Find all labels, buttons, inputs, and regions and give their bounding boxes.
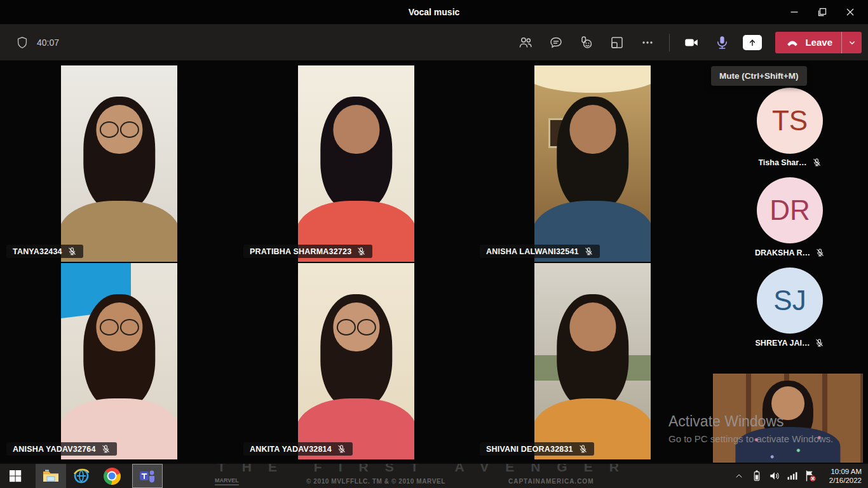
- microphone-button[interactable]: [708, 27, 736, 58]
- wallpaper-movie-title: THE FIRST AVENGER: [217, 464, 635, 475]
- avatar-initials: TS: [772, 105, 808, 137]
- participant-video: [61, 65, 177, 262]
- file-explorer-button[interactable]: [36, 464, 66, 488]
- mic-off-icon: [812, 158, 822, 167]
- battery-icon: [751, 469, 763, 483]
- participant-name: SHIVANI DEORA32831: [486, 445, 573, 454]
- participant-video: [298, 65, 414, 262]
- participant-name: DRAKSHA R…: [755, 248, 810, 257]
- video-tile[interactable]: SHIVANI DEORA32831: [475, 263, 711, 459]
- more-options-button[interactable]: [634, 27, 661, 58]
- teams-meeting-window: Vocal music 40:07: [0, 0, 868, 488]
- title-bar: Vocal music: [0, 0, 868, 24]
- close-button[interactable]: [836, 0, 864, 24]
- restore-icon: [817, 7, 827, 17]
- volume-button[interactable]: [766, 464, 783, 488]
- avatar-initials: SJ: [773, 285, 806, 316]
- video-tile[interactable]: ANKITA YADAV32814: [238, 263, 475, 459]
- more-options-icon: [640, 35, 655, 50]
- action-center-alert[interactable]: [802, 464, 818, 488]
- chevron-down-icon: [847, 37, 857, 48]
- camera-on-icon: [683, 34, 700, 51]
- avatar[interactable]: TS: [757, 88, 823, 154]
- participant-video: [298, 263, 414, 459]
- participant-name-row: SHREYA JAI…: [712, 338, 868, 348]
- battery-indicator[interactable]: [749, 464, 765, 488]
- clock-time: 10:09 AM: [820, 467, 862, 476]
- mute-tooltip: Mute (Ctrl+Shift+M): [711, 66, 807, 86]
- internet-explorer-icon: [72, 467, 90, 485]
- wallpaper-marvel-logo: MARVEL: [215, 477, 239, 485]
- participant-name-row: DRAKSHA R…: [712, 248, 868, 257]
- network-indicator[interactable]: [784, 464, 801, 488]
- share-tray-icon: [743, 35, 762, 50]
- meeting-title: Vocal music: [0, 7, 868, 17]
- hidden-icons-button[interactable]: [731, 464, 747, 488]
- participant-name: PRATIBHA SHARMA32723: [250, 247, 351, 256]
- teams-icon: [139, 468, 156, 484]
- chrome-button[interactable]: [97, 464, 127, 488]
- video-tile[interactable]: ANISHA LALWANI32541: [475, 65, 711, 262]
- participant-nameplate: SHIVANI DEORA32831: [480, 442, 594, 456]
- participant-nameplate: TANYA32434: [6, 245, 83, 258]
- restore-button[interactable]: [808, 0, 836, 24]
- close-icon: [845, 7, 855, 17]
- windows-logo-icon: [8, 468, 23, 484]
- raise-hand-icon: [579, 35, 594, 50]
- leave-options-button[interactable]: [841, 32, 862, 53]
- leave-label: Leave: [805, 37, 832, 48]
- hang-up-icon: [785, 37, 799, 48]
- chat-button[interactable]: [542, 27, 570, 58]
- video-tile[interactable]: TANYA32434: [1, 65, 238, 262]
- participant-nameplate: ANKITA YADAV32814: [243, 442, 353, 456]
- participant-nameplate: ANISHA LALWANI32541: [480, 245, 600, 258]
- participant-name: ANISHA LALWANI32541: [486, 247, 579, 256]
- participant-name-row: Tisha Shar…: [712, 158, 868, 167]
- start-button[interactable]: [0, 464, 31, 488]
- participant-name: ANKITA YADAV32814: [250, 445, 332, 454]
- speaker-icon: [768, 470, 781, 482]
- participant-name: TANYA32434: [13, 247, 62, 256]
- toolbar-divider: [669, 34, 670, 51]
- video-tile[interactable]: ANISHA YADAV32764: [1, 263, 238, 459]
- video-tile[interactable]: PRATIBHA SHARMA32723: [238, 65, 475, 262]
- raise-hand-button[interactable]: [573, 27, 600, 58]
- mic-off-icon: [815, 338, 824, 348]
- taskbar-clock[interactable]: 10:09 AM 2/16/2022: [820, 467, 865, 485]
- security-shield-icon: [15, 36, 29, 50]
- avatar[interactable]: DR: [757, 177, 823, 243]
- minimize-button[interactable]: [780, 0, 808, 24]
- mic-off-icon: [67, 247, 77, 256]
- wallpaper-copyright: © 2010 MVLFFLLC. TM & © 2010 MARVEL: [306, 478, 445, 485]
- participant-name: ANISHA YADAV32764: [13, 445, 96, 454]
- teams-button[interactable]: [132, 464, 163, 488]
- clock-date: 2/16/2022: [820, 476, 862, 485]
- chrome-icon: [104, 468, 121, 485]
- avatar[interactable]: SJ: [757, 268, 823, 334]
- participant-nameplate: ANISHA YADAV32764: [6, 442, 117, 456]
- leave-button-group: Leave: [775, 32, 862, 53]
- mic-off-icon: [101, 444, 111, 454]
- meeting-timer: 40:07: [37, 37, 59, 48]
- participant-nameplate: PRATIBHA SHARMA32723: [243, 245, 372, 258]
- flag-alert-icon: [803, 469, 817, 483]
- mic-off-icon: [584, 247, 593, 256]
- avatar-initials: DR: [770, 194, 810, 226]
- wallpaper-website: CAPTAINAMERICA.COM: [508, 478, 593, 485]
- self-video-preview[interactable]: [713, 374, 863, 463]
- desktop-wallpaper-strip: THE FIRST AVENGER MARVEL © 2010 MVLFFLLC…: [210, 464, 737, 488]
- breakout-rooms-button[interactable]: [603, 27, 631, 58]
- participants-button[interactable]: [512, 27, 539, 58]
- participant-video: [534, 263, 651, 459]
- internet-explorer-button[interactable]: [66, 464, 97, 488]
- microphone-on-icon: [714, 34, 730, 50]
- minimize-icon: [789, 7, 799, 17]
- camera-button[interactable]: [677, 27, 705, 58]
- windows-taskbar: THE FIRST AVENGER MARVEL © 2010 MVLFFLLC…: [0, 464, 868, 488]
- mic-off-icon: [337, 444, 346, 454]
- participant-name: Tisha Shar…: [758, 158, 806, 167]
- share-button[interactable]: [738, 27, 766, 58]
- participants-icon: [518, 35, 533, 50]
- leave-button[interactable]: Leave: [775, 37, 841, 48]
- breakout-rooms-icon: [609, 35, 625, 50]
